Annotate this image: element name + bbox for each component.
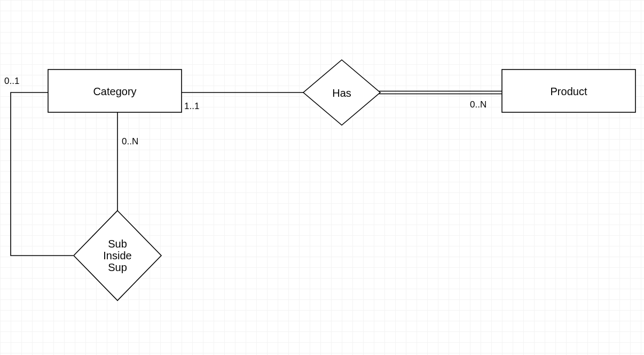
- relationship-sub-label-line2: Inside: [103, 250, 131, 261]
- entity-category-label: Category: [93, 86, 136, 97]
- relationship-sub-label-line3: Sup: [108, 261, 127, 273]
- edge-sub-to-category-loop: [11, 92, 73, 256]
- entity-product[interactable]: Product: [502, 70, 635, 112]
- cardinality-category-to-sub: 0..N: [122, 136, 138, 146]
- relationship-has[interactable]: Has: [303, 60, 380, 125]
- er-diagram-svg: 1..1 0..N 0..N 0..1 Category Product Has…: [0, 0, 644, 355]
- cardinality-sub-to-category: 0..1: [4, 76, 19, 86]
- relationship-sub-inside-sup[interactable]: Sub Inside Sup: [74, 211, 161, 300]
- entity-product-label: Product: [551, 86, 587, 97]
- cardinality-category-to-has: 1..1: [184, 101, 199, 111]
- relationship-has-label: Has: [332, 87, 351, 99]
- relationship-sub-label-line1: Sub: [108, 238, 127, 250]
- entity-category[interactable]: Category: [48, 70, 182, 112]
- cardinality-has-to-product: 0..N: [470, 99, 486, 110]
- er-diagram-canvas: 1..1 0..N 0..N 0..1 Category Product Has…: [0, 0, 644, 355]
